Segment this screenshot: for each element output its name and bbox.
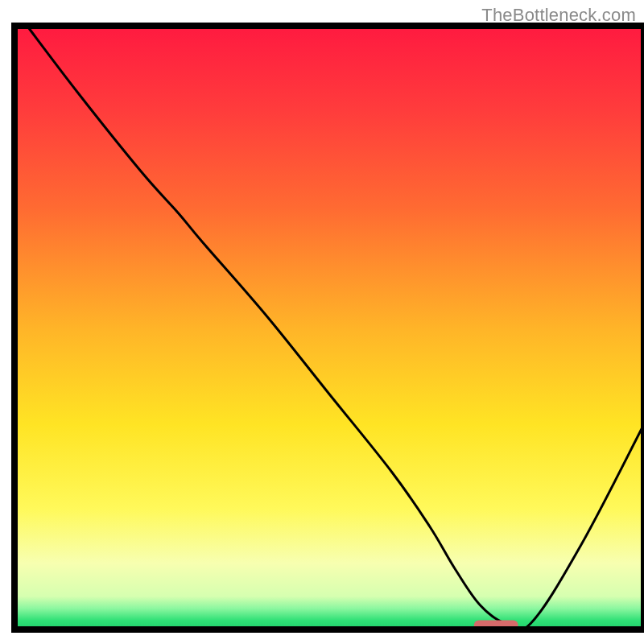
bottleneck-chart-svg	[0, 0, 644, 644]
watermark-label: TheBottleneck.com	[481, 5, 636, 26]
plot-background	[14, 26, 644, 630]
chart-canvas: TheBottleneck.com	[0, 0, 644, 644]
